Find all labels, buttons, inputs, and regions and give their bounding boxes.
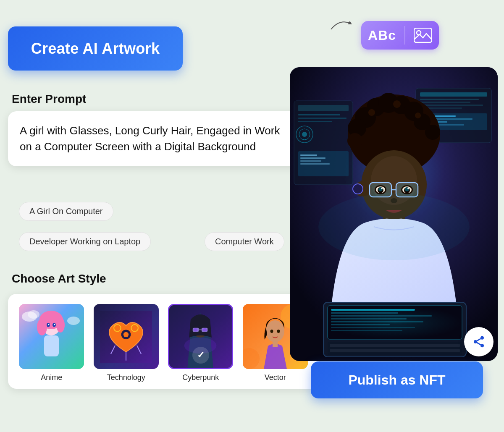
- toggle-bar: ABc: [361, 21, 439, 50]
- svg-point-18: [123, 332, 129, 337]
- svg-point-94: [381, 188, 383, 189]
- svg-line-117: [477, 343, 480, 345]
- svg-rect-62: [300, 160, 321, 162]
- svg-rect-38: [273, 341, 278, 347]
- svg-rect-44: [420, 105, 483, 106]
- svg-point-114: [480, 336, 484, 340]
- svg-point-95: [407, 188, 409, 189]
- svg-rect-111: [330, 344, 460, 347]
- svg-point-35: [266, 320, 284, 342]
- svg-rect-43: [420, 102, 470, 103]
- svg-point-116: [480, 344, 484, 347]
- art-style-technology[interactable]: Technology: [93, 304, 160, 382]
- svg-rect-41: [420, 92, 487, 97]
- svg-rect-60: [300, 154, 317, 156]
- art-style-cards: Anime: [8, 294, 319, 389]
- svg-point-75: [368, 109, 375, 116]
- create-ai-artwork-button[interactable]: Create AI Artwork: [8, 26, 183, 71]
- arrow-icon: [327, 17, 352, 34]
- svg-point-15: [67, 317, 80, 325]
- publish-button-label: Publish as NFT: [348, 372, 445, 388]
- svg-point-76: [393, 100, 401, 108]
- svg-rect-109: [328, 306, 462, 339]
- svg-rect-52: [298, 105, 349, 111]
- suggestion-chip-3[interactable]: Computer Work: [205, 232, 284, 251]
- svg-point-77: [415, 113, 421, 118]
- suggestion-chip-1[interactable]: A Girl On Computer: [19, 202, 113, 221]
- svg-point-58: [302, 132, 307, 137]
- art-style-label: Choose Art Style: [12, 272, 106, 285]
- svg-rect-54: [298, 118, 346, 119]
- selected-checkmark: ✓: [192, 347, 209, 364]
- image-mode-icon[interactable]: [414, 28, 432, 43]
- svg-point-74: [425, 125, 440, 140]
- svg-point-98: [353, 184, 363, 194]
- prompt-label: Enter Prompt: [12, 92, 86, 106]
- svg-point-37: [277, 330, 280, 333]
- svg-point-115: [474, 340, 477, 343]
- svg-point-11: [54, 324, 55, 325]
- svg-rect-63: [300, 163, 330, 165]
- art-style-anime[interactable]: Anime: [18, 304, 85, 382]
- publish-nft-button[interactable]: Publish as NFT: [311, 361, 483, 398]
- artwork-display: [290, 67, 498, 361]
- suggestion-chip-2[interactable]: Developer Working on Laptop: [19, 232, 151, 251]
- svg-point-1: [417, 31, 421, 35]
- svg-point-14: [28, 310, 39, 319]
- text-mode-label[interactable]: ABc: [368, 28, 396, 43]
- chip-label: Developer Working on Laptop: [29, 237, 140, 246]
- svg-rect-53: [298, 114, 340, 115]
- svg-point-29: [194, 328, 198, 332]
- art-style-name: Cyberpunk: [182, 373, 219, 382]
- svg-point-6: [37, 319, 47, 335]
- svg-rect-0: [414, 28, 432, 42]
- prompt-box: A girl with Glasses, Long Curly Hair, En…: [8, 111, 315, 166]
- svg-point-36: [270, 330, 273, 333]
- chip-label: Computer Work: [215, 237, 274, 246]
- svg-rect-55: [298, 121, 332, 122]
- svg-rect-12: [44, 335, 59, 356]
- art-style-name: Technology: [107, 373, 145, 382]
- share-button[interactable]: [464, 327, 494, 356]
- create-button-label: Create AI Artwork: [31, 40, 160, 58]
- svg-point-30: [203, 328, 207, 332]
- svg-point-10: [48, 324, 50, 325]
- svg-point-73: [347, 133, 362, 148]
- chip-label: A Girl On Computer: [29, 207, 103, 216]
- svg-rect-61: [300, 157, 326, 159]
- svg-point-113: [318, 193, 470, 260]
- art-style-name: Anime: [41, 373, 62, 382]
- svg-rect-112: [330, 349, 460, 352]
- svg-rect-42: [420, 99, 479, 100]
- svg-line-118: [477, 339, 480, 341]
- svg-point-7: [56, 317, 65, 333]
- prompt-text[interactable]: A girl with Glasses, Long Curly Hair, En…: [20, 123, 289, 154]
- art-style-cyberpunk[interactable]: ✓ Cyberpunk: [167, 304, 234, 382]
- art-style-name: Vector: [265, 373, 286, 382]
- toggle-divider: [404, 26, 405, 45]
